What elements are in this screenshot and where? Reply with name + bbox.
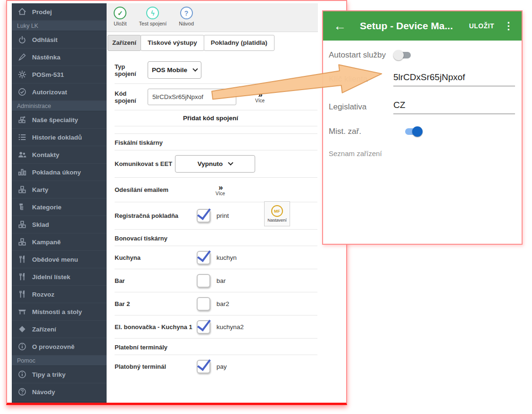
checkbox-checked[interactable]	[197, 320, 210, 334]
checkbox-unchecked[interactable]	[197, 274, 210, 288]
palette-icon	[18, 53, 26, 61]
autostart-row: Autostart služby	[329, 50, 515, 61]
sidebar-item-label: Kontakty	[32, 151, 59, 158]
toolbar-button-2[interactable]: ?Návod	[179, 7, 194, 26]
info-icon	[18, 370, 26, 379]
chevron-down-icon	[192, 66, 198, 71]
checkbox-value-text: print	[216, 212, 229, 219]
sidebar-item-20[interactable]: O provozovně	[12, 338, 107, 356]
sidebar-item-8[interactable]: Historie dokladů	[12, 129, 107, 146]
toolbar-button-0[interactable]: ✓Uložit	[114, 7, 127, 26]
sidebar-item-15[interactable]: Obědové menu	[12, 251, 107, 268]
cutlery-icon	[18, 290, 26, 298]
save-button[interactable]: ULOŽIT	[469, 22, 494, 30]
checkbox-checked[interactable]	[197, 360, 210, 373]
select-0[interactable]: POS Mobile	[148, 61, 201, 79]
field-label: Bar	[115, 277, 197, 284]
tab-bar: ZařízeníTiskové výstupyPokladny (platidl…	[108, 35, 274, 51]
tab-0[interactable]: Zařízení	[108, 35, 141, 51]
select-value: POS Mobile	[152, 66, 187, 74]
toolbar: ✓UložitϟTest spojení?Návod	[107, 3, 318, 32]
sidebar-item-2[interactable]: Odhlásit	[12, 31, 107, 49]
info-icon	[18, 342, 26, 351]
form-row-select-0: Typ spojeníPOS Mobile	[115, 57, 317, 84]
people-icon	[18, 150, 26, 159]
legislation-row: Legislativa CZ	[329, 100, 515, 114]
local-device-toggle[interactable]	[404, 126, 423, 137]
client-key-value[interactable]: 5lrCDxSr65jNpxof	[393, 72, 515, 86]
back-arrow-icon[interactable]: ←	[333, 20, 346, 33]
device-list-label: Seznam zařízení	[329, 149, 382, 157]
local-device-row: Mist. zař.	[329, 126, 515, 137]
form-row-checkbox-10: Barbar	[115, 269, 317, 292]
sidebar-item-0[interactable]: Prodej	[12, 3, 107, 21]
toolbar-button-label: Test spojení	[139, 21, 167, 26]
chevron-down-icon	[228, 160, 233, 165]
more-link[interactable]: »Více	[255, 91, 265, 103]
sidebar-item-12[interactable]: Kategorie	[12, 199, 107, 216]
sidebar-item-17[interactable]: Rozvoz	[12, 286, 107, 303]
connection-code-input[interactable]	[148, 89, 236, 105]
kebab-menu-icon[interactable]: ⋮	[504, 20, 514, 32]
form-row-spacer-3	[115, 126, 317, 134]
field-label: Kód spojení	[115, 90, 148, 104]
more-link[interactable]: »Více	[216, 184, 225, 196]
sidebar-item-label: Naše špeciality	[32, 116, 78, 124]
blocks-icon	[18, 185, 26, 194]
checkbox-unchecked[interactable]	[197, 297, 210, 311]
settings-button-label: Nastavení	[267, 218, 287, 223]
sidebar-item-14[interactable]: Kampaně	[12, 233, 107, 251]
sidebar-section-label: Administrace	[12, 101, 107, 111]
sidebar-item-10[interactable]: Pokladna úkony	[12, 164, 107, 181]
web-admin-screenshot: ProdejLuky LKOdhlásitNástěnkaPOSm-531Aut…	[6, 0, 347, 405]
chevrons-icon: »	[218, 184, 222, 191]
field-label: Odesílání emailem	[115, 186, 175, 193]
sidebar-item-5[interactable]: Autorizovat	[12, 83, 107, 101]
form-row-section-13: Platební terminály	[115, 339, 317, 355]
autostart-toggle[interactable]	[393, 50, 412, 61]
toolbar-button-label: Návod	[179, 21, 194, 26]
sidebar-item-label: Tipy a triky	[32, 371, 66, 378]
sidebar-item-19[interactable]: Zařízení	[12, 321, 107, 338]
tab-1[interactable]: Tiskové výstupy	[141, 35, 204, 51]
sidebar-item-18[interactable]: Místnosti a stoly	[12, 303, 107, 321]
sidebar-item-4[interactable]: POSm-531	[12, 66, 107, 83]
sidebar-item-3[interactable]: Nástěnka	[12, 49, 107, 66]
checkbox-checked[interactable]	[197, 251, 210, 265]
sidebar-item-label: Kampaně	[32, 239, 61, 246]
legislation-value[interactable]: CZ	[393, 100, 515, 114]
sidebar-item-23[interactable]: Návody	[12, 383, 107, 401]
field-label: El. bonovačka - Kuchyna 1	[115, 323, 197, 331]
device-settings-form: Typ spojeníPOS MobileKód spojení»VícePři…	[115, 57, 317, 378]
sidebar-item-7[interactable]: Naše špeciality	[12, 111, 107, 129]
device-list-row: Seznam zařízení	[329, 149, 515, 157]
client-key-row: Klíč klienta 5lrCDxSr65jNpxof	[329, 72, 515, 86]
checkbox-value-text: bar2	[216, 300, 229, 307]
toolbar-button-1[interactable]: ϟTest spojení	[139, 7, 167, 26]
field-label: Komunikovat s EET	[115, 160, 175, 167]
sidebar-item-label: Pokladna úkony	[32, 169, 81, 176]
sidebar-item-label: Jídelní lístek	[32, 273, 70, 281]
sidebar-item-22[interactable]: Tipy a triky	[12, 366, 107, 383]
select-5[interactable]: Vypnuto	[175, 155, 255, 173]
checkbox-checked[interactable]	[197, 209, 210, 223]
section-heading: Bonovací tiskárny	[115, 235, 167, 242]
add-connection-code-link[interactable]: Přidat kód spojení	[183, 115, 238, 122]
blocks-icon	[18, 238, 26, 246]
sidebar-item-11[interactable]: Karty	[12, 181, 107, 199]
sidebar-item-label: Obědové menu	[32, 256, 78, 263]
settings-button[interactable]: MFNastavení	[264, 201, 290, 226]
client-key-label: Klíč klienta	[329, 75, 393, 84]
sidebar-item-label: Sklad	[32, 221, 49, 228]
form-row-link-2: Přidat kód spojení	[115, 110, 317, 126]
sidebar-item-9[interactable]: Kontakty	[12, 146, 107, 164]
tab-2[interactable]: Pokladny (platidla)	[204, 35, 274, 51]
toolbar-button-label: Uložit	[114, 21, 127, 26]
more-label: Více	[255, 98, 265, 103]
section-heading: Platební terminály	[115, 344, 167, 351]
checkbox-value-text: kuchyn	[216, 254, 237, 261]
sidebar-item-13[interactable]: Sklad	[12, 216, 107, 233]
sidebar-item-16[interactable]: Jídelní lístek	[12, 268, 107, 286]
sidebar-item-label: Kategorie	[32, 204, 61, 211]
checkbox-value-text: pay	[216, 363, 227, 370]
